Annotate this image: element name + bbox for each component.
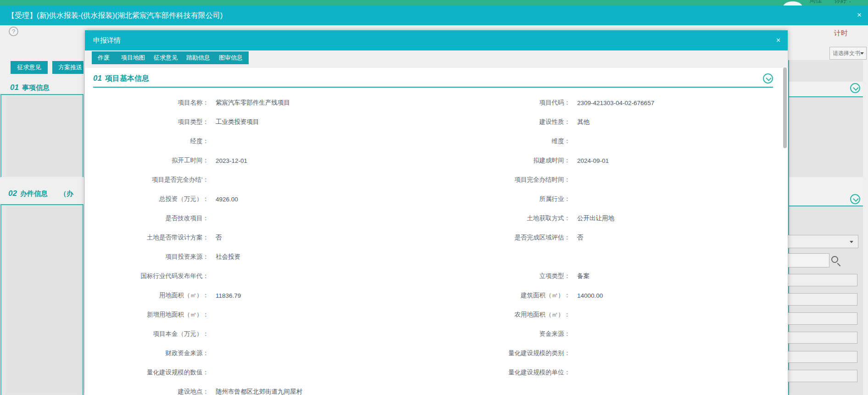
timer-label: 计时: [834, 29, 848, 38]
field-label: 经度：: [93, 137, 209, 145]
form-row: 项目投资来源： 社会投资: [93, 247, 779, 267]
field-label: 项目是否完全办结'：: [93, 176, 209, 184]
bg-section-2-text: 02办件信息（办: [8, 189, 73, 197]
bg-section-2-label: 办件信息: [20, 189, 48, 197]
field-label: 建设性质：: [447, 118, 570, 126]
field-value: 2309-421303-04-02-676657: [570, 100, 779, 106]
field-label: 用地面积（㎡）：: [93, 291, 209, 300]
field-label: 项目类型：: [93, 118, 209, 126]
field-label: 农用地面积（㎡）：: [447, 311, 570, 319]
form-row: 是否技改项目： 土地获取方式： 公开出让用地: [93, 209, 779, 228]
tab-project-map[interactable]: 项目地图: [115, 51, 151, 64]
field-label: 项目名称：: [93, 99, 209, 107]
form-row: 拟开工时间： 2023-12-01 拟建成时间： 2024-09-01: [93, 151, 779, 170]
form-row: 总投资（万元）： 4926.00 所属行业：: [93, 189, 779, 209]
bg-right-panel: [788, 60, 863, 395]
collapse-chevron-icon[interactable]: [850, 83, 860, 93]
field-label: 所属行业：: [447, 195, 570, 203]
field-label: 财政资金来源：: [93, 349, 209, 357]
close-icon[interactable]: ×: [857, 11, 862, 19]
field-value: 随州市曾都区北郊街道九间屋村: [209, 388, 447, 395]
bg-right-gap: [789, 177, 863, 188]
chevron-down-icon: [850, 241, 853, 243]
form-row: 财政资金来源： 量化建设规模的类别：: [93, 344, 779, 363]
field-label: 量化建设规模的类别：: [447, 349, 570, 357]
bg-section-1-number: 01: [10, 83, 19, 92]
top-strip: 周佳 你好：: [0, 0, 868, 6]
document-select-value: 请选择文书: [833, 47, 860, 59]
tab-drawing-review-info[interactable]: 图审信息: [213, 51, 249, 64]
bg-section-2-number: 02: [8, 189, 17, 198]
solicit-opinion-button[interactable]: 征求意见: [11, 61, 48, 74]
form-row: 建设地点： 随州市曾都区北郊街道九间屋村: [93, 382, 779, 395]
bg-section-1-title: 01事项信息: [10, 83, 50, 92]
close-icon[interactable]: ×: [776, 36, 780, 45]
field-label: 量化建设规模的数值：: [93, 368, 209, 377]
plan-push-button-clipped: 方案推送: [52, 61, 83, 74]
tab-survey-info[interactable]: 踏勘信息: [180, 51, 216, 64]
field-label: 资金来源：: [447, 330, 570, 338]
field-label: 项目投资来源：: [93, 253, 209, 261]
help-icon[interactable]: ?: [9, 27, 18, 36]
field-value: 其他: [570, 118, 779, 126]
form-row: 项目名称： 紫宸汽车零部件生产线项目 项目代码： 2309-421303-04-…: [93, 93, 779, 112]
field-label: 新增用地面积（㎡）：: [93, 311, 209, 319]
search-icon[interactable]: [831, 256, 838, 263]
bg-section-2-inner: [6, 206, 82, 394]
form-row: 土地是否带设计方案： 否 是否完成区域评估： 否: [93, 228, 779, 247]
bg-right-section-1-content: [789, 97, 863, 177]
collapse-chevron-icon[interactable]: [850, 194, 860, 204]
tab-void[interactable]: 作废: [92, 51, 116, 64]
field-label: 土地获取方式：: [447, 214, 570, 223]
field-value: 2024-09-01: [570, 157, 779, 164]
field-label: 拟开工时间：: [93, 156, 209, 165]
field-label: 建筑面积（㎡）：: [447, 291, 570, 300]
modal-section-number: 01: [93, 74, 102, 83]
modal-tab-band: 作废 项目地图 征求意见 踏勘信息 图审信息: [85, 50, 788, 68]
collapse-chevron-icon[interactable]: [763, 73, 773, 83]
field-value: 工业类投资项目: [209, 118, 447, 126]
field-label: 项目代码：: [447, 99, 570, 107]
field-label: 项目完全办结时间：: [447, 176, 570, 184]
window-title-bar: 【受理】(新)供水报装-(供水报装)(湖北紫宸汽车部件科技有限公司) ×: [0, 6, 868, 25]
field-label: 是否完成区域评估：: [447, 234, 570, 242]
document-select[interactable]: 请选择文书: [829, 47, 867, 60]
page-title: 【受理】(新)供水报装-(供水报装)(湖北紫宸汽车部件科技有限公司): [7, 6, 223, 25]
bg-section-1-inner: [6, 96, 82, 176]
avatar: [783, 1, 803, 6]
form-row: 用地面积（㎡）： 11836.79 建筑面积（㎡）： 14000.00: [93, 286, 779, 305]
tab-solicit-opinion[interactable]: 征求意见: [148, 51, 184, 64]
plan-push-button[interactable]: 方案推送: [52, 61, 83, 74]
bg-right-toolbar-band: [789, 60, 863, 82]
field-label: 立项类型：: [447, 272, 570, 280]
bg-section-2-title: 02办件信息（办: [8, 189, 83, 198]
modal-scrollbar-thumb[interactable]: [783, 67, 787, 148]
modal-header: 申报详情 ×: [85, 30, 788, 50]
field-value: 否: [570, 234, 779, 242]
bg-section-2-subtitle-fragment: （办: [60, 189, 73, 197]
field-label: 量化建设规模的单位：: [447, 368, 570, 377]
field-value: 2023-12-01: [209, 157, 447, 164]
modal-section-label: 项目基本信息: [105, 74, 149, 82]
field-label: 总投资（万元）：: [93, 195, 209, 203]
form-row: 经度： 维度：: [93, 132, 779, 151]
project-info-form: 项目名称： 紫宸汽车零部件生产线项目 项目代码： 2309-421303-04-…: [93, 88, 779, 395]
field-label: 项目本金（万元）：: [93, 330, 209, 338]
bg-section-1-content: [0, 95, 83, 177]
modal-title: 申报详情: [93, 30, 121, 50]
field-value: 4926.00: [209, 196, 447, 203]
field-value: 否: [209, 234, 447, 242]
field-label: 建设地点：: [93, 388, 209, 395]
modal-section-title: 01项目基本信息: [93, 74, 149, 83]
user-name-fragment: 周佳: [809, 0, 822, 5]
form-row: 量化建设规模的数值： 量化建设规模的单位：: [93, 363, 779, 382]
form-row: 国标行业代码发布年代： 立项类型： 备案: [93, 267, 779, 286]
field-label: 国标行业代码发布年代：: [93, 272, 209, 280]
form-row: 项目本金（万元）： 资金来源：: [93, 324, 779, 344]
chevron-down-icon: [860, 52, 864, 55]
form-row: 新增用地面积（㎡）： 农用地面积（㎡）：: [93, 305, 779, 324]
field-value: 11836.79: [209, 292, 447, 299]
field-value: 紫宸汽车零部件生产线项目: [209, 99, 447, 107]
field-value: 14000.00: [570, 292, 779, 299]
greeting-fragment: 你好：: [834, 0, 853, 5]
